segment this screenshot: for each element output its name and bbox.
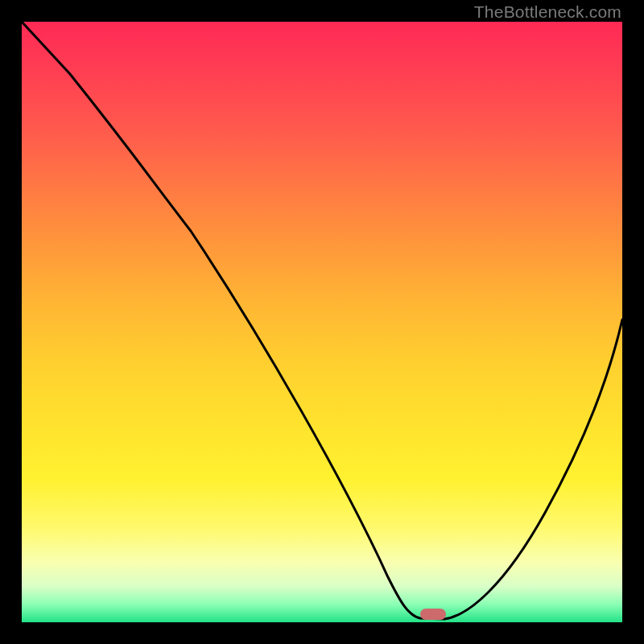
gradient-plot-area [22,22,622,622]
chart-frame: TheBottleneck.com [0,0,644,644]
watermark-text: TheBottleneck.com [474,2,621,22]
optimal-point-marker [420,609,446,620]
curve-path [22,22,622,619]
bottleneck-curve [22,22,622,622]
